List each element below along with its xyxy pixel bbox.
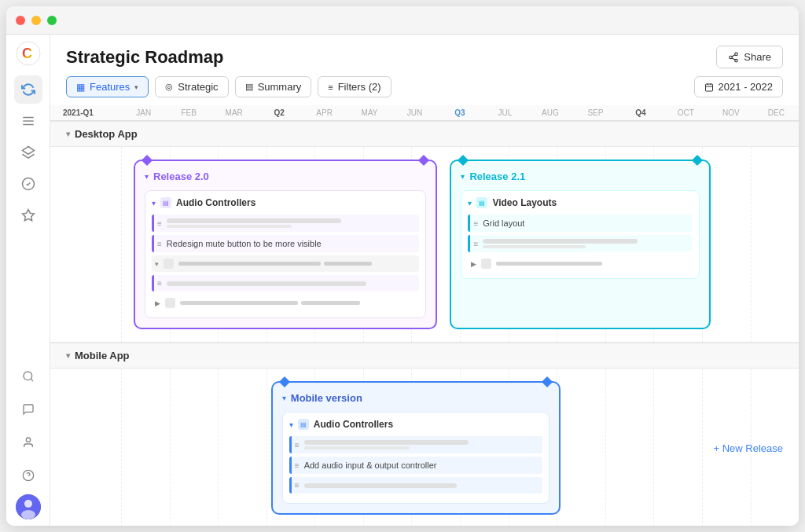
feature-row-3-bar [167,281,366,286]
sub-bar-2 [324,262,371,266]
mf2-text: Add audio input & output controller [304,460,437,470]
months-row: JAN FEB MAR Q2 APR MAY JUN Q3 JUL AUG SE… [121,108,799,117]
month-nov: NOV [708,108,753,117]
group-desktop-app: ▾ Desktop App [50,121,799,343]
quarter-label: 2021-Q1 [50,108,121,117]
audio-mobile-label: Audio Controllers [314,419,393,430]
diamond-left-purple [142,155,153,166]
mf3-bar1 [304,483,457,488]
svg-rect-21 [705,84,712,91]
summary-label: Summary [258,81,302,93]
filters-icon: ≡ [328,83,333,92]
video-collapse-icon[interactable]: ▾ [468,199,472,207]
group-desktop-header[interactable]: ▾ Desktop App [50,121,799,147]
feature-group-audio: ▾ ▤ Audio Controllers ≡ [145,190,426,318]
new-release-button[interactable]: + New Release [713,442,783,454]
grid-col-14 [751,147,799,342]
page-header: Strategic Roadmap Share [50,35,799,68]
mf1-bar1 [304,440,469,445]
svg-point-15 [21,510,35,519]
diamond-right-cyan [692,155,703,166]
timeline-header: 2021-Q1 JAN FEB MAR Q2 APR MAY JUN Q3 JU… [50,105,799,121]
mobile-feature-1: ≡ [289,436,542,453]
svg-point-17 [730,56,733,59]
desktop-releases: ▾ Release 2.0 ▾ ▤ Audio Controllers [50,147,799,343]
audio-group-header: ▾ ▤ Audio Controllers [152,197,419,208]
maximize-button[interactable] [47,16,57,25]
minimize-button[interactable] [31,16,41,25]
collapsed-bar-1 [180,301,298,305]
video-collapsed-chevron[interactable]: ▶ [471,260,476,268]
svg-line-19 [732,57,735,59]
svg-point-14 [24,500,32,508]
quarter-q3: Q3 [437,108,482,117]
month-aug: AUG [527,108,572,117]
timeline-container[interactable]: 2021-Q1 JAN FEB MAR Q2 APR MAY JUN Q3 JU… [50,105,799,526]
month-jan: JAN [121,108,166,117]
release-card-mobile: ▾ Mobile version ▾ ▤ Audio Controllers [271,381,561,515]
release-2-0-title: Release 2.0 [153,171,209,182]
collapsed-icon [165,298,175,308]
feature-row-1-content [167,218,417,228]
diamond-left-blue [279,376,290,387]
mf2-icon: ≡ [295,461,300,470]
audio-mobile-collapse[interactable]: ▾ [289,420,293,429]
video-collapsed-1: ▶ [468,255,692,272]
mobile-grid-10 [557,369,605,526]
main-content: Strategic Roadmap Share ▦ Features ▾ [50,35,799,526]
feature-row-1: ≡ [152,215,419,232]
sidebar-item-user[interactable] [14,428,42,457]
month-sep: SEP [573,108,618,117]
summary-icon: ▤ [245,82,253,92]
toolbar-right: 2021 - 2022 [694,76,783,97]
feature-row-1-icon: ≡ [157,219,162,228]
group-mobile-chevron: ▾ [66,351,70,360]
tab-strategic[interactable]: ◎ Strategic [155,76,228,97]
audio-mobile-group-header: ▾ ▤ Audio Controllers [289,419,542,430]
group-mobile-header[interactable]: ▾ Mobile App [50,343,799,369]
close-button[interactable] [16,16,25,25]
sidebar: C [6,35,50,526]
strategic-icon: ◎ [165,82,173,92]
date-range-button[interactable]: 2021 - 2022 [694,76,783,97]
sub-group-icon [164,259,174,269]
group-desktop-label: Desktop App [75,128,138,140]
sidebar-item-layers[interactable] [14,138,42,167]
mobile-release-title: Mobile version [291,392,362,404]
sub-group-bars [178,262,416,266]
sidebar-item-list[interactable] [14,107,42,135]
svg-marker-5 [22,147,34,155]
tab-filters[interactable]: ≡ Filters (2) [318,76,391,97]
feature-row-2: ≡ Redesign mute button to be more visibl… [152,235,419,252]
sidebar-item-check[interactable] [14,170,42,198]
feature-row-3-content [167,281,417,286]
titlebar [6,6,799,35]
sidebar-item-chat[interactable] [14,395,42,424]
svg-point-16 [735,53,738,56]
release-card-2-1: ▾ Release 2.1 ▾ ▤ Video Layouts [450,160,710,329]
share-button[interactable]: Share [716,46,783,68]
month-may: MAY [347,108,391,117]
sidebar-item-search[interactable] [14,362,42,391]
collapsed-chevron[interactable]: ▶ [155,299,160,307]
user-avatar[interactable] [16,494,41,519]
month-feb: FEB [166,108,211,117]
video-feature-icon: ▤ [476,197,487,208]
filters-label: Filters (2) [338,81,381,93]
tab-features[interactable]: ▦ Features ▾ [66,76,149,97]
mf1-icon: ≡ [295,441,300,449]
video-f2-bar2 [483,245,586,248]
sidebar-item-refresh[interactable] [14,75,42,104]
app-logo[interactable]: C [16,41,41,66]
month-dec: DEC [754,108,799,117]
tab-summary[interactable]: ▤ Summary [235,76,312,97]
feature-group-video: ▾ ▤ Video Layouts ≡ Grid layout [461,190,699,279]
feature-row-2-text: Redesign mute button to be more visible [167,239,322,248]
month-jun: JUN [392,108,437,117]
audio-collapse-icon[interactable]: ▾ [152,199,156,207]
sub-group-chevron[interactable]: ▾ [155,260,159,268]
sidebar-item-star[interactable] [14,201,42,229]
release-2-1-header: ▾ Release 2.1 [461,171,699,182]
mf1-bar2 [304,446,410,449]
sidebar-item-help[interactable] [14,461,42,490]
